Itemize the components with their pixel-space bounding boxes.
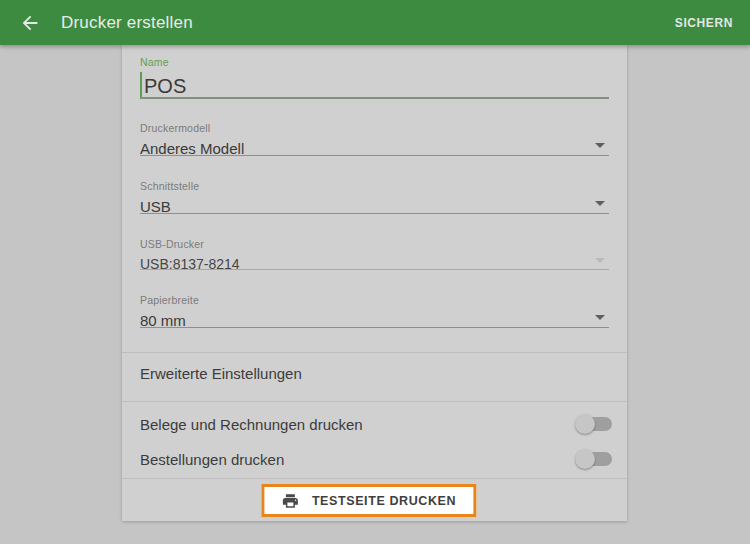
field-underline xyxy=(140,327,609,328)
orders-toggle-label: Bestellungen drucken xyxy=(140,451,284,468)
back-button[interactable] xyxy=(18,11,42,35)
switch-thumb xyxy=(575,449,595,469)
chevron-down-icon xyxy=(595,315,605,320)
app-bar: Drucker erstellen SICHERN xyxy=(0,0,750,45)
receipts-toggle-label: Belege und Rechnungen drucken xyxy=(140,416,363,433)
name-field-label: Name xyxy=(140,56,609,68)
chevron-down-icon xyxy=(595,258,605,263)
printer-model-label: Druckermodell xyxy=(140,122,609,134)
name-field-underline xyxy=(140,97,609,99)
paper-width-dropdown[interactable]: Papierbreite 80 mm xyxy=(140,294,609,329)
usb-printer-label: USB-Drucker xyxy=(140,238,609,250)
interface-label: Schnittstelle xyxy=(140,180,609,192)
divider xyxy=(122,478,627,479)
divider xyxy=(122,352,627,353)
divider xyxy=(122,401,627,402)
switch-thumb xyxy=(575,414,595,434)
test-page-print-button[interactable]: TESTSEITE DRUCKEN xyxy=(261,484,476,517)
chevron-down-icon xyxy=(595,143,605,148)
name-field[interactable]: Name POS xyxy=(140,56,609,98)
page-title: Drucker erstellen xyxy=(61,13,193,33)
save-button[interactable]: SICHERN xyxy=(671,10,737,36)
name-field-value: POS xyxy=(140,75,609,98)
field-underline xyxy=(140,155,609,156)
orders-toggle[interactable] xyxy=(575,449,612,469)
interface-dropdown[interactable]: Schnittstelle USB xyxy=(140,180,609,215)
field-underline xyxy=(140,269,609,270)
printer-icon xyxy=(281,492,299,510)
arrow-left-icon xyxy=(19,12,41,34)
field-underline xyxy=(140,213,609,214)
usb-printer-dropdown[interactable]: USB-Drucker USB:8137-8214 xyxy=(140,238,609,272)
chevron-down-icon xyxy=(595,201,605,206)
advanced-settings-header: Erweiterte Einstellungen xyxy=(140,365,302,382)
test-page-print-label: TESTSEITE DRUCKEN xyxy=(312,494,456,508)
text-cursor xyxy=(140,72,142,97)
printer-form-card: Name POS Druckermodell Anderes Modell Sc… xyxy=(122,45,627,521)
receipts-toggle[interactable] xyxy=(575,414,612,434)
paper-width-label: Papierbreite xyxy=(140,294,609,306)
printer-model-dropdown[interactable]: Druckermodell Anderes Modell xyxy=(140,122,609,157)
